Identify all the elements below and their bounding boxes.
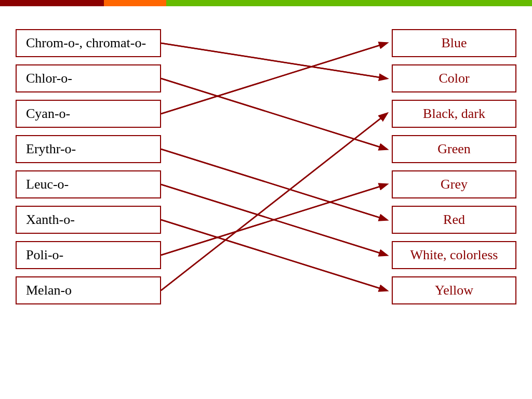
- left-item-4: Leuc-o-: [16, 170, 161, 198]
- svg-line-11: [161, 78, 387, 149]
- right-item-7: Yellow: [392, 276, 516, 304]
- page-title: [0, 6, 532, 19]
- main-content: Chrom-o-, chromat-o-Chlor-o-Cyan-o-Eryth…: [0, 19, 532, 310]
- svg-line-9: [161, 114, 387, 290]
- header-bar-orange: [104, 0, 166, 6]
- svg-line-10: [161, 43, 387, 78]
- svg-line-15: [161, 220, 387, 290]
- right-item-3: Green: [392, 135, 516, 163]
- svg-line-2: [161, 43, 387, 78]
- left-item-5: Xanth-o-: [16, 206, 161, 234]
- right-item-4: Grey: [392, 170, 516, 198]
- header-bar-green: [166, 0, 532, 6]
- svg-line-6: [161, 184, 387, 255]
- left-item-3: Erythr-o-: [16, 135, 161, 163]
- left-item-2: Cyan-o-: [16, 100, 161, 128]
- svg-line-16: [161, 184, 387, 255]
- left-item-6: Poli-o-: [16, 241, 161, 269]
- svg-line-13: [161, 149, 387, 220]
- right-item-6: White, colorless: [392, 241, 516, 269]
- header-bar-red: [0, 0, 104, 6]
- left-item-1: Chlor-o-: [16, 64, 161, 92]
- svg-line-5: [161, 149, 387, 220]
- left-column: Chrom-o-, chromat-o-Chlor-o-Cyan-o-Eryth…: [16, 24, 161, 304]
- right-item-5: Red: [392, 206, 516, 234]
- svg-line-7: [161, 220, 387, 290]
- right-item-1: Color: [392, 64, 516, 92]
- svg-line-17: [161, 114, 387, 290]
- left-item-0: Chrom-o-, chromat-o-: [16, 29, 161, 57]
- right-item-0: Blue: [392, 29, 516, 57]
- header-bar: [0, 0, 532, 6]
- right-item-2: Black, dark: [392, 100, 516, 128]
- svg-line-14: [161, 184, 387, 255]
- svg-line-4: [161, 43, 387, 114]
- svg-line-12: [161, 43, 387, 114]
- left-item-7: Melan-o: [16, 276, 161, 304]
- right-column: BlueColorBlack, darkGreenGreyRedWhite, c…: [392, 24, 516, 304]
- svg-line-3: [161, 78, 387, 149]
- svg-line-8: [161, 184, 387, 255]
